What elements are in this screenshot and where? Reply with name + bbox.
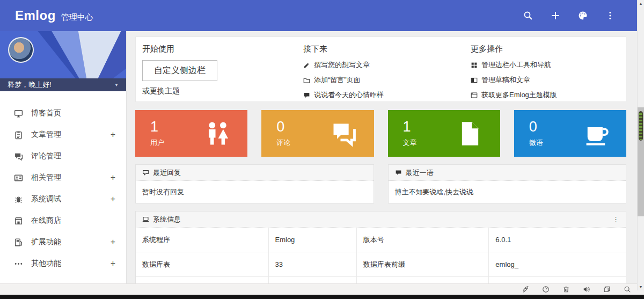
scroll-marker — [639, 111, 643, 141]
get-themes-link[interactable]: 获取更多Emlog主题模版 — [471, 90, 626, 100]
sidebar-item-store[interactable]: 在线商店 — [0, 210, 126, 231]
expand-plus-icon[interactable]: + — [111, 259, 115, 268]
stat-label: 文章 — [403, 138, 417, 148]
user-greeting[interactable]: 释梦，晚上好! ▼ — [0, 78, 126, 91]
article-file-icon — [456, 120, 484, 148]
expand-plus-icon[interactable]: + — [111, 130, 115, 139]
sidebar-item-label: 其他功能 — [31, 259, 111, 268]
chat-bubble-icon — [303, 92, 310, 99]
expand-plus-icon[interactable]: + — [111, 173, 115, 182]
add-page-link[interactable]: 添加“留言”页面 — [303, 75, 464, 85]
plugin-pump-icon — [14, 238, 23, 247]
more-menu-icon[interactable] — [605, 10, 616, 21]
users-icon — [203, 120, 231, 148]
monitor-icon — [14, 109, 23, 118]
scrollbar-thumb[interactable] — [638, 107, 644, 216]
stat-label: 评论 — [276, 138, 290, 148]
expand-plus-icon[interactable]: + — [111, 195, 115, 203]
sidebar-item-debug[interactable]: 系统调试 + — [0, 188, 126, 210]
sidebar-item-articles[interactable]: 文章管理 + — [0, 124, 126, 145]
window-restore-icon[interactable] — [603, 286, 611, 293]
taskbar-strip — [0, 295, 644, 299]
getting-started-column: 开始使用 自定义侧边栏 或更换主题 — [136, 37, 297, 101]
rocket-icon[interactable] — [522, 286, 529, 293]
recent-replies-header: 最近回复 — [136, 165, 374, 181]
coffee-cup-icon — [582, 120, 610, 148]
sidebar-item-other[interactable]: 其他功能 + — [0, 253, 126, 274]
stat-card-comments[interactable]: 0 评论 — [261, 110, 374, 157]
id-card-icon — [14, 173, 23, 183]
scroll-down-icon[interactable]: ▼ — [638, 283, 644, 290]
link-label: 管理边栏小工具和导航 — [481, 60, 551, 70]
more-actions-title: 更多操作 — [471, 44, 626, 54]
stat-text: 0 评论 — [276, 120, 290, 148]
sidebar: 释梦，晚上好! ▼ 博客首页 文章管理 + 评论管理 相关管理 + 系统调试 + — [0, 31, 127, 285]
system-info-header: 系统信息 ⋮ — [136, 212, 626, 228]
next-steps-column: 接下来 撰写您的想写文章 添加“留言”页面 说说看今天的心情咋样 — [297, 37, 464, 101]
zoom-search-icon[interactable] — [624, 286, 631, 293]
link-label: 撰写您的想写文章 — [314, 60, 370, 70]
recent-whisper-body: 博主不知要说啥,快去说说 — [389, 181, 626, 203]
clipboard-icon — [14, 130, 23, 140]
post-mood-link[interactable]: 说说看今天的心情咋样 — [303, 90, 464, 100]
scroll-up-icon[interactable]: ▲ — [638, 0, 644, 7]
table-cell-label: 数据库表 — [136, 252, 268, 276]
sidebar-item-label: 博客首页 — [31, 108, 115, 118]
table-cell-value: Emlog — [268, 228, 356, 252]
write-icon — [303, 62, 310, 69]
sidebar-item-home[interactable]: 博客首页 — [0, 103, 126, 124]
stat-label: 用户 — [150, 138, 164, 148]
manage-drafts-link[interactable]: 管理草稿和文章 — [471, 75, 626, 85]
topbar-actions — [523, 10, 616, 21]
greeting-text: 释梦，晚上好! — [8, 80, 52, 90]
sidebar-item-comments[interactable]: 评论管理 — [0, 145, 126, 167]
customize-sidebar-button[interactable]: 自定义侧边栏 — [142, 60, 217, 81]
sidebar-item-label: 系统调试 — [31, 194, 111, 204]
vertical-scrollbar[interactable]: ▲ ▼ — [637, 0, 644, 290]
admin-center-title: 管理中心 — [61, 12, 93, 23]
stat-value: 0 — [276, 120, 290, 134]
link-label: 添加“留言”页面 — [314, 75, 361, 85]
emlog-logo[interactable]: Emlog 管理中心 — [15, 8, 93, 23]
bottom-toolbar — [0, 283, 644, 295]
panel-title: 最近回复 — [153, 168, 181, 178]
link-label: 管理草稿和文章 — [481, 75, 530, 85]
search-icon[interactable] — [523, 10, 533, 21]
panel-title: 最近一语 — [406, 168, 434, 178]
sidebar-item-label: 文章管理 — [31, 130, 111, 140]
stat-card-users[interactable]: 1 用户 — [135, 110, 247, 157]
sidebar-item-label: 相关管理 — [31, 173, 111, 183]
write-article-link[interactable]: 撰写您的想写文章 — [303, 60, 464, 70]
manage-widgets-link[interactable]: 管理边栏小工具和导航 — [471, 60, 626, 70]
store-icon — [14, 216, 23, 225]
system-info-panel: 系统信息 ⋮ 系统程序 Emlog 版本号 6.0.1 数据库表 33 数据库表… — [135, 211, 626, 285]
table-cell-value: 6.0.1 — [488, 228, 626, 252]
expand-plus-icon[interactable]: + — [111, 238, 115, 246]
change-theme-link[interactable]: 或更换主题 — [142, 86, 297, 96]
stat-card-articles[interactable]: 1 文章 — [388, 110, 500, 157]
stat-value: 1 — [403, 120, 417, 134]
table-cell-value: emlog_ — [488, 252, 626, 276]
profile-banner: 释梦，晚上好! ▼ — [0, 31, 126, 91]
stat-card-whisper[interactable]: 0 微语 — [514, 110, 626, 157]
volume-icon[interactable] — [583, 286, 590, 293]
avatar[interactable] — [8, 37, 34, 63]
gauge-icon[interactable] — [542, 286, 550, 293]
stat-cards: 1 用户 0 评论 1 文章 — [135, 110, 626, 157]
table-cell-label: 版本号 — [356, 228, 489, 252]
comments-icon — [330, 120, 358, 148]
sidebar-item-label: 扩展功能 — [31, 237, 111, 247]
link-label: 获取更多Emlog主题模版 — [481, 90, 557, 100]
recent-whisper-panel: 最近一语 博主不知要说啥,快去说说 — [388, 164, 627, 203]
trash-icon[interactable] — [562, 286, 570, 293]
reply-bubble-icon — [142, 169, 149, 176]
add-icon[interactable] — [550, 10, 561, 21]
recent-replies-body: 暂时没有回复 — [136, 181, 374, 203]
bug-icon — [14, 195, 23, 204]
panel-menu-icon[interactable]: ⋮ — [612, 215, 619, 223]
drafts-card-icon — [471, 77, 478, 84]
sidebar-item-related[interactable]: 相关管理 + — [0, 167, 126, 188]
sidebar-item-extensions[interactable]: 扩展功能 + — [0, 231, 126, 253]
palette-icon[interactable] — [577, 10, 588, 21]
welcome-card: 开始使用 自定义侧边栏 或更换主题 接下来 撰写您的想写文章 添加“留言”页面 … — [135, 37, 626, 102]
